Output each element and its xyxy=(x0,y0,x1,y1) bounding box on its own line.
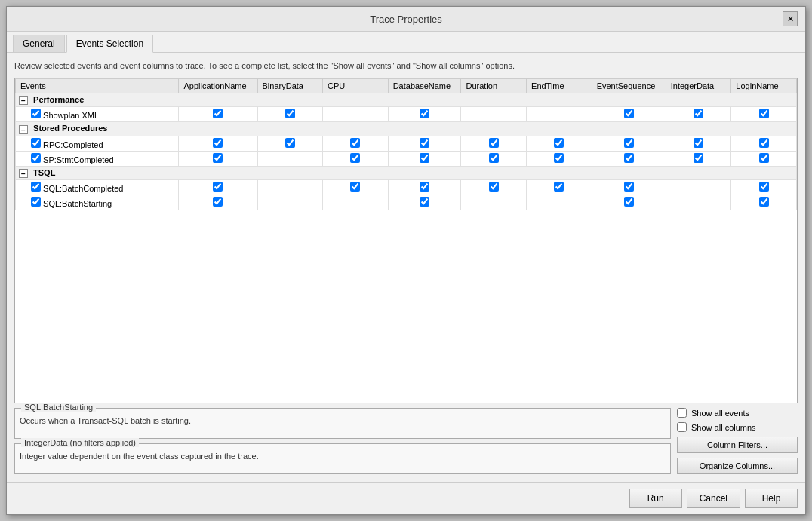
col-header-binarydata: BinaryData xyxy=(257,79,323,93)
cb-bc-eventseq[interactable] xyxy=(624,182,634,192)
cb-bc-dbname[interactable] xyxy=(420,182,429,192)
close-button[interactable]: ✕ xyxy=(783,11,798,26)
table-row: SQL:BatchCompleted xyxy=(16,179,797,195)
show-all-columns-label: Show all columns xyxy=(691,423,756,432)
event-name-batchstarting: SQL:BatchStarting xyxy=(16,195,179,210)
cb-rpc-endtime[interactable] xyxy=(554,138,564,148)
cb-sp-eventseq[interactable] xyxy=(624,153,634,163)
collapse-storedproc[interactable]: − xyxy=(19,125,28,134)
col-header-endtime: EndTime xyxy=(527,79,592,93)
col-header-eventseq: EventSequence xyxy=(592,79,666,93)
table-header-row: Events ApplicationName BinaryData CPU Da… xyxy=(16,79,797,93)
cb-rpc-appname[interactable] xyxy=(213,138,223,148)
info-panels: SQL:BatchStarting Occurs when a Transact… xyxy=(14,408,671,474)
event-info-label: SQL:BatchStarting xyxy=(21,403,96,412)
cb-bc-appname[interactable] xyxy=(213,182,223,192)
cb-bc-loginname[interactable] xyxy=(759,182,769,192)
col-header-loginname: LoginName xyxy=(731,79,797,93)
group-storedproc-label: Stored Procedures xyxy=(33,124,107,133)
table-row: SP:StmtCompleted xyxy=(16,151,797,166)
event-name-showplan: Showplan XML xyxy=(16,107,179,122)
cb-sp-endtime[interactable] xyxy=(554,153,564,163)
cb-bs-loginname[interactable] xyxy=(759,197,769,207)
cb-showplan-loginname[interactable] xyxy=(759,109,769,118)
show-all-events-row: Show all events xyxy=(677,408,798,418)
cb-rpc-duration[interactable] xyxy=(489,138,499,148)
column-filters-button[interactable]: Column Filters... xyxy=(677,437,798,453)
event-check-showplan[interactable] xyxy=(31,109,41,118)
cb-showplan-eventseq[interactable] xyxy=(624,109,634,118)
cb-sp-cpu[interactable] xyxy=(350,153,360,163)
tab-general[interactable]: General xyxy=(13,35,65,52)
cb-rpc-cpu[interactable] xyxy=(350,138,360,148)
cancel-button[interactable]: Cancel xyxy=(687,489,740,508)
run-button[interactable]: Run xyxy=(629,489,682,508)
cb-showplan-appname[interactable] xyxy=(213,109,223,118)
cb-rpc-intdata[interactable] xyxy=(694,138,703,148)
col-header-dbname: DatabaseName xyxy=(388,79,461,93)
tabs-bar: General Events Selection xyxy=(7,32,805,53)
tab-events-selection[interactable]: Events Selection xyxy=(66,35,153,53)
collapse-performance[interactable]: − xyxy=(19,96,28,105)
cb-rpc-binarydata[interactable] xyxy=(285,138,295,148)
show-all-columns-row: Show all columns xyxy=(677,422,798,432)
cb-rpc-loginname[interactable] xyxy=(759,138,769,148)
event-name-rpc: RPC:Completed xyxy=(16,136,179,151)
instruction-text: Review selected events and event columns… xyxy=(14,60,798,72)
events-table: Events ApplicationName BinaryData CPU Da… xyxy=(15,78,797,210)
group-tsql-label: TSQL xyxy=(33,168,55,177)
event-check-sp[interactable] xyxy=(31,153,41,163)
organize-columns-button[interactable]: Organize Columns... xyxy=(677,458,798,474)
dialog-footer: Run Cancel Help xyxy=(7,482,805,514)
events-table-container[interactable]: Events ApplicationName BinaryData CPU Da… xyxy=(14,78,798,403)
event-check-batchstarting[interactable] xyxy=(31,197,41,207)
cb-showplan-binarydata[interactable] xyxy=(285,109,295,118)
dialog: Trace Properties ✕ General Events Select… xyxy=(6,6,806,515)
cb-sp-loginname[interactable] xyxy=(759,153,769,163)
cb-bs-appname[interactable] xyxy=(213,197,223,207)
help-button[interactable]: Help xyxy=(745,489,798,508)
collapse-tsql[interactable]: − xyxy=(19,169,28,178)
content-area: Review selected events and event columns… xyxy=(7,53,805,482)
event-name-sp: SP:StmtCompleted xyxy=(16,151,179,166)
event-name-batchcompleted: SQL:BatchCompleted xyxy=(16,179,179,195)
cb-showplan-dbname[interactable] xyxy=(420,109,429,118)
cb-bc-cpu[interactable] xyxy=(350,182,360,192)
cb-bc-duration[interactable] xyxy=(489,182,499,192)
cb-sp-intdata[interactable] xyxy=(694,153,703,163)
cb-sp-duration[interactable] xyxy=(489,153,499,163)
cb-bs-eventseq[interactable] xyxy=(624,197,634,207)
cb-sp-appname[interactable] xyxy=(213,153,223,163)
group-tsql: − TSQL xyxy=(16,166,797,179)
column-info-box: IntegerData (no filters applied) Integer… xyxy=(14,443,671,474)
group-performance-label: Performance xyxy=(33,95,84,104)
table-row: SQL:BatchStarting xyxy=(16,195,797,210)
title-bar: Trace Properties ✕ xyxy=(7,7,805,32)
table-row: RPC:Completed xyxy=(16,136,797,151)
group-performance: − Performance xyxy=(16,93,797,107)
right-controls: Show all events Show all columns Column … xyxy=(677,408,798,474)
col-header-intdata: IntegerData xyxy=(666,79,731,93)
show-all-events-checkbox[interactable] xyxy=(677,408,687,418)
window-title: Trace Properties xyxy=(29,14,783,25)
event-check-rpc[interactable] xyxy=(31,138,41,148)
show-all-events-label: Show all events xyxy=(691,409,749,418)
bottom-section: SQL:BatchStarting Occurs when a Transact… xyxy=(14,408,798,474)
show-all-columns-checkbox[interactable] xyxy=(677,422,687,432)
cb-rpc-dbname[interactable] xyxy=(420,138,429,148)
col-header-events: Events xyxy=(16,79,179,93)
cb-sp-dbname[interactable] xyxy=(420,153,429,163)
column-info-content: Integer value dependent on the event cla… xyxy=(20,452,666,461)
cb-showplan-intdata[interactable] xyxy=(694,109,703,118)
cb-rpc-eventseq[interactable] xyxy=(624,138,634,148)
event-info-box: SQL:BatchStarting Occurs when a Transact… xyxy=(14,408,671,439)
table-row: Showplan XML xyxy=(16,107,797,122)
event-info-content: Occurs when a Transact-SQL batch is star… xyxy=(20,416,666,425)
group-stored-procedures: − Stored Procedures xyxy=(16,122,797,136)
col-header-cpu: CPU xyxy=(323,79,389,93)
cb-bs-dbname[interactable] xyxy=(420,197,429,207)
col-header-appname: ApplicationName xyxy=(179,79,257,93)
event-check-batchcompleted[interactable] xyxy=(31,182,41,192)
col-header-duration: Duration xyxy=(461,79,527,93)
cb-bc-endtime[interactable] xyxy=(554,182,564,192)
